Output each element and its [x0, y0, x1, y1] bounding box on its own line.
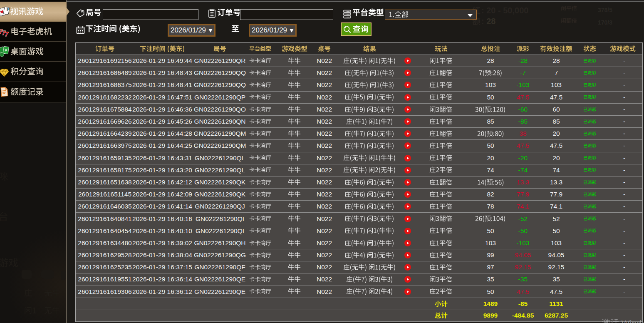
svg-text:7: 7	[5, 31, 9, 37]
